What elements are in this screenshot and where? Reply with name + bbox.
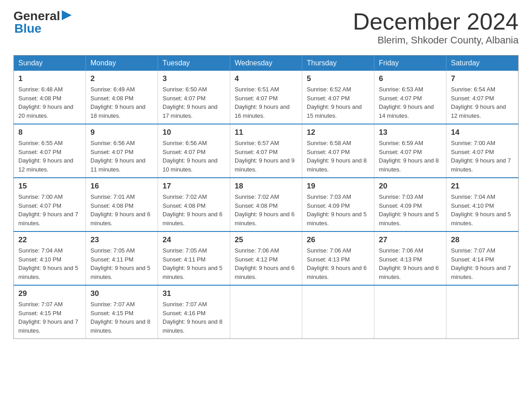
calendar-cell: 7 Sunrise: 6:54 AMSunset: 4:07 PMDayligh… [446, 71, 519, 124]
day-number: 18 [235, 182, 297, 191]
calendar-cell: 17 Sunrise: 7:02 AMSunset: 4:08 PMDaylig… [158, 178, 230, 231]
day-number: 10 [163, 128, 225, 137]
day-info: Sunrise: 6:48 AMSunset: 4:08 PMDaylight:… [18, 86, 73, 119]
page-header: General Blue December 2024 Blerim, Shkod… [13, 9, 519, 46]
day-number: 28 [451, 235, 514, 244]
day-number: 21 [451, 182, 514, 191]
day-info: Sunrise: 6:59 AMSunset: 4:07 PMDaylight:… [379, 140, 439, 173]
calendar-cell: 16 Sunrise: 7:01 AMSunset: 4:08 PMDaylig… [86, 178, 158, 231]
calendar-header-saturday: Saturday [446, 56, 519, 71]
calendar-week-row: 22 Sunrise: 7:04 AMSunset: 4:10 PMDaylig… [14, 231, 519, 285]
calendar-cell: 19 Sunrise: 7:03 AMSunset: 4:09 PMDaylig… [302, 178, 374, 231]
day-info: Sunrise: 7:02 AMSunset: 4:08 PMDaylight:… [235, 193, 295, 227]
day-number: 16 [90, 182, 153, 191]
calendar-week-row: 8 Sunrise: 6:55 AMSunset: 4:07 PMDayligh… [14, 124, 519, 178]
calendar-header-friday: Friday [374, 56, 446, 71]
calendar-cell: 4 Sunrise: 6:51 AMSunset: 4:07 PMDayligh… [230, 71, 302, 124]
calendar-header-tuesday: Tuesday [158, 56, 230, 71]
calendar-cell: 24 Sunrise: 7:05 AMSunset: 4:11 PMDaylig… [158, 231, 230, 285]
logo-blue-part [60, 10, 72, 22]
logo: General Blue [13, 9, 72, 36]
day-info: Sunrise: 7:06 AMSunset: 4:12 PMDaylight:… [235, 247, 295, 280]
logo-blue-text: Blue [14, 21, 42, 36]
calendar-cell: 9 Sunrise: 6:56 AMSunset: 4:07 PMDayligh… [86, 124, 158, 178]
day-info: Sunrise: 7:03 AMSunset: 4:09 PMDaylight:… [379, 193, 439, 227]
svg-marker-0 [62, 10, 72, 20]
day-number: 1 [18, 74, 81, 83]
day-number: 20 [379, 182, 442, 191]
day-info: Sunrise: 7:04 AMSunset: 4:10 PMDaylight:… [18, 247, 78, 280]
calendar-cell: 26 Sunrise: 7:06 AMSunset: 4:13 PMDaylig… [302, 231, 374, 285]
calendar-header-wednesday: Wednesday [230, 56, 302, 71]
day-info: Sunrise: 7:04 AMSunset: 4:10 PMDaylight:… [451, 193, 511, 227]
calendar-cell: 21 Sunrise: 7:04 AMSunset: 4:10 PMDaylig… [446, 178, 519, 231]
calendar-cell: 23 Sunrise: 7:05 AMSunset: 4:11 PMDaylig… [86, 231, 158, 285]
day-number: 11 [235, 128, 297, 137]
calendar-cell: 31 Sunrise: 7:07 AMSunset: 4:16 PMDaylig… [158, 285, 230, 339]
day-info: Sunrise: 7:06 AMSunset: 4:13 PMDaylight:… [307, 247, 367, 280]
calendar-cell: 20 Sunrise: 7:03 AMSunset: 4:09 PMDaylig… [374, 178, 446, 231]
calendar-cell: 10 Sunrise: 6:56 AMSunset: 4:07 PMDaylig… [158, 124, 230, 178]
day-info: Sunrise: 6:51 AMSunset: 4:07 PMDaylight:… [235, 86, 290, 119]
day-info: Sunrise: 7:07 AMSunset: 4:15 PMDaylight:… [90, 301, 150, 334]
day-info: Sunrise: 6:56 AMSunset: 4:07 PMDaylight:… [90, 140, 146, 173]
day-number: 8 [18, 128, 81, 137]
day-info: Sunrise: 6:58 AMSunset: 4:07 PMDaylight:… [307, 140, 367, 173]
calendar-cell: 12 Sunrise: 6:58 AMSunset: 4:07 PMDaylig… [302, 124, 374, 178]
day-info: Sunrise: 7:00 AMSunset: 4:07 PMDaylight:… [451, 140, 511, 173]
calendar-cell [446, 285, 519, 339]
day-info: Sunrise: 7:02 AMSunset: 4:08 PMDaylight:… [163, 193, 223, 227]
calendar-table: SundayMondayTuesdayWednesdayThursdayFrid… [13, 55, 519, 339]
day-number: 5 [307, 74, 369, 83]
day-info: Sunrise: 6:56 AMSunset: 4:07 PMDaylight:… [163, 140, 218, 173]
calendar-header-monday: Monday [86, 56, 158, 71]
day-number: 6 [379, 74, 442, 83]
day-info: Sunrise: 6:54 AMSunset: 4:07 PMDaylight:… [451, 86, 506, 119]
day-number: 13 [379, 128, 442, 137]
calendar-cell: 27 Sunrise: 7:06 AMSunset: 4:13 PMDaylig… [374, 231, 446, 285]
day-number: 27 [379, 235, 442, 244]
calendar-cell: 14 Sunrise: 7:00 AMSunset: 4:07 PMDaylig… [446, 124, 519, 178]
calendar-cell: 15 Sunrise: 7:00 AMSunset: 4:07 PMDaylig… [14, 178, 86, 231]
day-number: 25 [235, 235, 297, 244]
calendar-cell: 25 Sunrise: 7:06 AMSunset: 4:12 PMDaylig… [230, 231, 302, 285]
day-number: 23 [90, 235, 153, 244]
calendar-cell [302, 285, 374, 339]
calendar-header-row: SundayMondayTuesdayWednesdayThursdayFrid… [14, 56, 519, 71]
day-info: Sunrise: 6:57 AMSunset: 4:07 PMDaylight:… [235, 140, 295, 173]
calendar-cell: 2 Sunrise: 6:49 AMSunset: 4:08 PMDayligh… [86, 71, 158, 124]
day-number: 15 [18, 182, 81, 191]
day-number: 19 [307, 182, 369, 191]
day-info: Sunrise: 7:07 AMSunset: 4:16 PMDaylight:… [163, 301, 223, 334]
calendar-cell: 6 Sunrise: 6:53 AMSunset: 4:07 PMDayligh… [374, 71, 446, 124]
calendar-cell: 28 Sunrise: 7:07 AMSunset: 4:14 PMDaylig… [446, 231, 519, 285]
calendar-cell: 8 Sunrise: 6:55 AMSunset: 4:07 PMDayligh… [14, 124, 86, 178]
location-subtitle: Blerim, Shkoder County, Albania [353, 34, 519, 46]
day-number: 29 [18, 289, 81, 298]
day-info: Sunrise: 7:05 AMSunset: 4:11 PMDaylight:… [90, 247, 150, 280]
day-number: 30 [90, 289, 153, 298]
day-info: Sunrise: 7:06 AMSunset: 4:13 PMDaylight:… [379, 247, 439, 280]
calendar-week-row: 15 Sunrise: 7:00 AMSunset: 4:07 PMDaylig… [14, 178, 519, 231]
calendar-cell: 3 Sunrise: 6:50 AMSunset: 4:07 PMDayligh… [158, 71, 230, 124]
day-number: 2 [90, 74, 153, 83]
calendar-cell: 29 Sunrise: 7:07 AMSunset: 4:15 PMDaylig… [14, 285, 86, 339]
calendar-cell: 11 Sunrise: 6:57 AMSunset: 4:07 PMDaylig… [230, 124, 302, 178]
day-number: 22 [18, 235, 81, 244]
day-info: Sunrise: 6:53 AMSunset: 4:07 PMDaylight:… [379, 86, 434, 119]
day-info: Sunrise: 7:00 AMSunset: 4:07 PMDaylight:… [18, 193, 78, 227]
day-number: 3 [163, 74, 225, 83]
calendar-cell: 1 Sunrise: 6:48 AMSunset: 4:08 PMDayligh… [14, 71, 86, 124]
day-info: Sunrise: 7:01 AMSunset: 4:08 PMDaylight:… [90, 193, 150, 227]
calendar-cell: 30 Sunrise: 7:07 AMSunset: 4:15 PMDaylig… [86, 285, 158, 339]
day-number: 4 [235, 74, 297, 83]
day-number: 12 [307, 128, 369, 137]
day-info: Sunrise: 7:07 AMSunset: 4:14 PMDaylight:… [451, 247, 511, 280]
calendar-cell: 18 Sunrise: 7:02 AMSunset: 4:08 PMDaylig… [230, 178, 302, 231]
logo-triangle-icon [62, 10, 72, 20]
calendar-cell: 13 Sunrise: 6:59 AMSunset: 4:07 PMDaylig… [374, 124, 446, 178]
day-number: 7 [451, 74, 514, 83]
calendar-week-row: 29 Sunrise: 7:07 AMSunset: 4:15 PMDaylig… [14, 285, 519, 339]
calendar-cell [230, 285, 302, 339]
day-info: Sunrise: 6:50 AMSunset: 4:07 PMDaylight:… [163, 86, 218, 119]
